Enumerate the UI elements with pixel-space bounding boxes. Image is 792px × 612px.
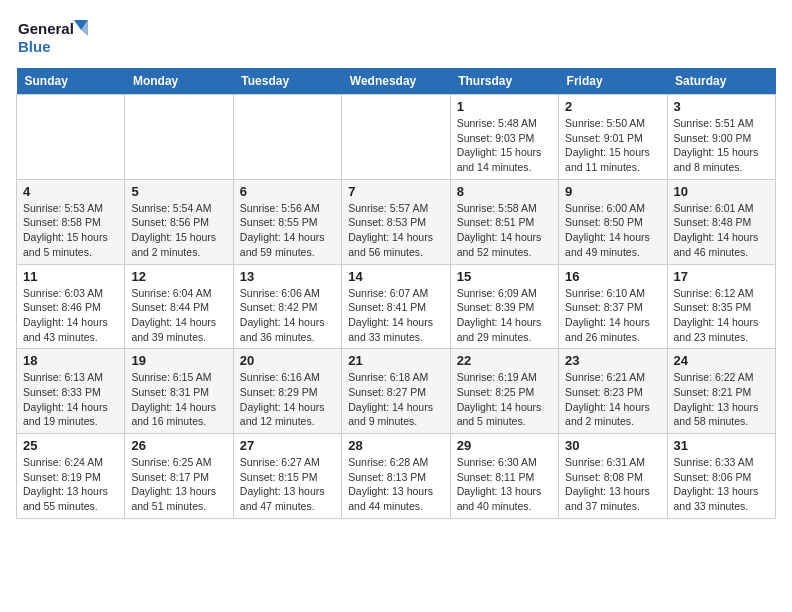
calendar-cell: 2Sunrise: 5:50 AM Sunset: 9:01 PM Daylig… xyxy=(559,95,667,180)
calendar-cell: 9Sunrise: 6:00 AM Sunset: 8:50 PM Daylig… xyxy=(559,179,667,264)
calendar-table: SundayMondayTuesdayWednesdayThursdayFrid… xyxy=(16,68,776,519)
day-info: Sunrise: 5:54 AM Sunset: 8:56 PM Dayligh… xyxy=(131,201,226,260)
calendar-cell: 20Sunrise: 6:16 AM Sunset: 8:29 PM Dayli… xyxy=(233,349,341,434)
calendar-cell: 30Sunrise: 6:31 AM Sunset: 8:08 PM Dayli… xyxy=(559,434,667,519)
calendar-cell: 1Sunrise: 5:48 AM Sunset: 9:03 PM Daylig… xyxy=(450,95,558,180)
day-number: 3 xyxy=(674,99,769,114)
day-info: Sunrise: 6:22 AM Sunset: 8:21 PM Dayligh… xyxy=(674,370,769,429)
day-number: 14 xyxy=(348,269,443,284)
day-info: Sunrise: 6:21 AM Sunset: 8:23 PM Dayligh… xyxy=(565,370,660,429)
calendar-cell: 22Sunrise: 6:19 AM Sunset: 8:25 PM Dayli… xyxy=(450,349,558,434)
calendar-cell: 6Sunrise: 5:56 AM Sunset: 8:55 PM Daylig… xyxy=(233,179,341,264)
day-number: 31 xyxy=(674,438,769,453)
day-number: 8 xyxy=(457,184,552,199)
calendar-cell: 5Sunrise: 5:54 AM Sunset: 8:56 PM Daylig… xyxy=(125,179,233,264)
day-number: 25 xyxy=(23,438,118,453)
logo: GeneralBlue xyxy=(16,16,96,56)
day-info: Sunrise: 6:24 AM Sunset: 8:19 PM Dayligh… xyxy=(23,455,118,514)
day-info: Sunrise: 6:30 AM Sunset: 8:11 PM Dayligh… xyxy=(457,455,552,514)
logo-icon: GeneralBlue xyxy=(16,16,96,56)
calendar-cell: 16Sunrise: 6:10 AM Sunset: 8:37 PM Dayli… xyxy=(559,264,667,349)
day-number: 29 xyxy=(457,438,552,453)
day-info: Sunrise: 6:06 AM Sunset: 8:42 PM Dayligh… xyxy=(240,286,335,345)
day-number: 9 xyxy=(565,184,660,199)
calendar-cell: 14Sunrise: 6:07 AM Sunset: 8:41 PM Dayli… xyxy=(342,264,450,349)
calendar-cell: 18Sunrise: 6:13 AM Sunset: 8:33 PM Dayli… xyxy=(17,349,125,434)
calendar-cell: 24Sunrise: 6:22 AM Sunset: 8:21 PM Dayli… xyxy=(667,349,775,434)
page-header: GeneralBlue xyxy=(16,16,776,56)
svg-text:General: General xyxy=(18,20,74,37)
day-number: 27 xyxy=(240,438,335,453)
day-number: 7 xyxy=(348,184,443,199)
weekday-header-saturday: Saturday xyxy=(667,68,775,95)
day-info: Sunrise: 5:48 AM Sunset: 9:03 PM Dayligh… xyxy=(457,116,552,175)
calendar-cell: 23Sunrise: 6:21 AM Sunset: 8:23 PM Dayli… xyxy=(559,349,667,434)
day-info: Sunrise: 6:28 AM Sunset: 8:13 PM Dayligh… xyxy=(348,455,443,514)
day-number: 4 xyxy=(23,184,118,199)
day-info: Sunrise: 5:57 AM Sunset: 8:53 PM Dayligh… xyxy=(348,201,443,260)
week-row-5: 25Sunrise: 6:24 AM Sunset: 8:19 PM Dayli… xyxy=(17,434,776,519)
calendar-cell: 8Sunrise: 5:58 AM Sunset: 8:51 PM Daylig… xyxy=(450,179,558,264)
day-info: Sunrise: 6:25 AM Sunset: 8:17 PM Dayligh… xyxy=(131,455,226,514)
day-info: Sunrise: 6:15 AM Sunset: 8:31 PM Dayligh… xyxy=(131,370,226,429)
day-info: Sunrise: 5:51 AM Sunset: 9:00 PM Dayligh… xyxy=(674,116,769,175)
day-info: Sunrise: 6:01 AM Sunset: 8:48 PM Dayligh… xyxy=(674,201,769,260)
day-number: 19 xyxy=(131,353,226,368)
day-info: Sunrise: 6:27 AM Sunset: 8:15 PM Dayligh… xyxy=(240,455,335,514)
day-number: 28 xyxy=(348,438,443,453)
weekday-header-row: SundayMondayTuesdayWednesdayThursdayFrid… xyxy=(17,68,776,95)
day-info: Sunrise: 5:56 AM Sunset: 8:55 PM Dayligh… xyxy=(240,201,335,260)
day-number: 10 xyxy=(674,184,769,199)
day-number: 24 xyxy=(674,353,769,368)
calendar-cell: 10Sunrise: 6:01 AM Sunset: 8:48 PM Dayli… xyxy=(667,179,775,264)
calendar-cell: 4Sunrise: 5:53 AM Sunset: 8:58 PM Daylig… xyxy=(17,179,125,264)
calendar-cell: 13Sunrise: 6:06 AM Sunset: 8:42 PM Dayli… xyxy=(233,264,341,349)
calendar-cell: 3Sunrise: 5:51 AM Sunset: 9:00 PM Daylig… xyxy=(667,95,775,180)
calendar-cell: 11Sunrise: 6:03 AM Sunset: 8:46 PM Dayli… xyxy=(17,264,125,349)
calendar-cell: 27Sunrise: 6:27 AM Sunset: 8:15 PM Dayli… xyxy=(233,434,341,519)
calendar-cell xyxy=(233,95,341,180)
calendar-cell: 31Sunrise: 6:33 AM Sunset: 8:06 PM Dayli… xyxy=(667,434,775,519)
day-info: Sunrise: 6:10 AM Sunset: 8:37 PM Dayligh… xyxy=(565,286,660,345)
day-number: 23 xyxy=(565,353,660,368)
day-info: Sunrise: 6:09 AM Sunset: 8:39 PM Dayligh… xyxy=(457,286,552,345)
calendar-cell: 21Sunrise: 6:18 AM Sunset: 8:27 PM Dayli… xyxy=(342,349,450,434)
day-info: Sunrise: 6:16 AM Sunset: 8:29 PM Dayligh… xyxy=(240,370,335,429)
week-row-1: 1Sunrise: 5:48 AM Sunset: 9:03 PM Daylig… xyxy=(17,95,776,180)
weekday-header-wednesday: Wednesday xyxy=(342,68,450,95)
day-number: 6 xyxy=(240,184,335,199)
day-number: 22 xyxy=(457,353,552,368)
day-number: 5 xyxy=(131,184,226,199)
week-row-4: 18Sunrise: 6:13 AM Sunset: 8:33 PM Dayli… xyxy=(17,349,776,434)
day-info: Sunrise: 5:50 AM Sunset: 9:01 PM Dayligh… xyxy=(565,116,660,175)
calendar-cell: 29Sunrise: 6:30 AM Sunset: 8:11 PM Dayli… xyxy=(450,434,558,519)
day-number: 12 xyxy=(131,269,226,284)
day-info: Sunrise: 6:18 AM Sunset: 8:27 PM Dayligh… xyxy=(348,370,443,429)
calendar-cell: 17Sunrise: 6:12 AM Sunset: 8:35 PM Dayli… xyxy=(667,264,775,349)
week-row-2: 4Sunrise: 5:53 AM Sunset: 8:58 PM Daylig… xyxy=(17,179,776,264)
svg-text:Blue: Blue xyxy=(18,38,51,55)
day-number: 17 xyxy=(674,269,769,284)
calendar-cell: 19Sunrise: 6:15 AM Sunset: 8:31 PM Dayli… xyxy=(125,349,233,434)
day-info: Sunrise: 6:19 AM Sunset: 8:25 PM Dayligh… xyxy=(457,370,552,429)
calendar-cell xyxy=(125,95,233,180)
calendar-cell: 12Sunrise: 6:04 AM Sunset: 8:44 PM Dayli… xyxy=(125,264,233,349)
day-info: Sunrise: 6:03 AM Sunset: 8:46 PM Dayligh… xyxy=(23,286,118,345)
calendar-cell: 26Sunrise: 6:25 AM Sunset: 8:17 PM Dayli… xyxy=(125,434,233,519)
day-info: Sunrise: 5:58 AM Sunset: 8:51 PM Dayligh… xyxy=(457,201,552,260)
week-row-3: 11Sunrise: 6:03 AM Sunset: 8:46 PM Dayli… xyxy=(17,264,776,349)
weekday-header-sunday: Sunday xyxy=(17,68,125,95)
day-info: Sunrise: 6:12 AM Sunset: 8:35 PM Dayligh… xyxy=(674,286,769,345)
day-number: 15 xyxy=(457,269,552,284)
calendar-cell xyxy=(342,95,450,180)
day-number: 13 xyxy=(240,269,335,284)
day-number: 16 xyxy=(565,269,660,284)
calendar-cell: 7Sunrise: 5:57 AM Sunset: 8:53 PM Daylig… xyxy=(342,179,450,264)
day-info: Sunrise: 5:53 AM Sunset: 8:58 PM Dayligh… xyxy=(23,201,118,260)
day-info: Sunrise: 6:00 AM Sunset: 8:50 PM Dayligh… xyxy=(565,201,660,260)
weekday-header-monday: Monday xyxy=(125,68,233,95)
calendar-cell: 15Sunrise: 6:09 AM Sunset: 8:39 PM Dayli… xyxy=(450,264,558,349)
calendar-cell xyxy=(17,95,125,180)
day-number: 21 xyxy=(348,353,443,368)
day-number: 1 xyxy=(457,99,552,114)
